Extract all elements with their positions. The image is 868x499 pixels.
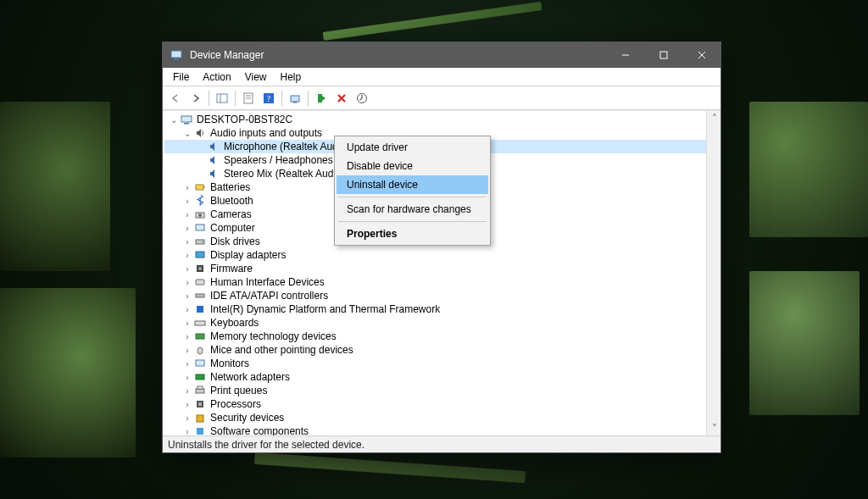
toolbar: ? (163, 86, 721, 110)
tree-swcomp[interactable]: ›Software components (164, 424, 706, 435)
scroll-up-arrow[interactable]: ˄ (707, 111, 721, 125)
chevron-right-icon[interactable]: › (181, 210, 193, 219)
tree-label: Mice and other pointing devices (210, 344, 353, 356)
chevron-right-icon[interactable]: › (181, 427, 193, 436)
tree-label: IDE ATA/ATAPI controllers (210, 290, 328, 302)
help-button[interactable]: ? (259, 89, 278, 108)
scan-hardware-button[interactable] (286, 89, 304, 108)
tree-intel[interactable]: ›Intel(R) Dynamic Platform and Thermal F… (164, 302, 706, 316)
svg-rect-18 (184, 123, 189, 125)
tree-label: Microphone (Realtek Audio) (224, 141, 349, 152)
chevron-right-icon[interactable]: › (181, 386, 193, 396)
context-update-driver[interactable]: Update driver (337, 138, 488, 157)
printer-icon (193, 384, 207, 397)
speaker-icon (193, 126, 207, 140)
memory-icon (193, 330, 207, 343)
chevron-down-icon[interactable]: ⌄ (181, 129, 193, 138)
context-uninstall-device[interactable]: Uninstall device (337, 175, 488, 194)
tree-security[interactable]: ›Security devices (164, 411, 706, 424)
tree-firmware[interactable]: ›Firmware (164, 262, 706, 275)
tree-root[interactable]: ⌄ DESKTOP-0BST82C (164, 113, 706, 126)
update-driver-button[interactable] (353, 89, 371, 108)
tree-processors[interactable]: ›Processors (164, 397, 706, 411)
chip-icon (193, 262, 207, 275)
svg-rect-6 (217, 94, 227, 103)
chevron-right-icon[interactable]: › (181, 264, 193, 274)
svg-rect-37 (196, 389, 204, 393)
context-properties[interactable]: Properties (337, 225, 488, 243)
svg-rect-23 (196, 225, 204, 230)
menu-action[interactable]: Action (196, 69, 237, 85)
tree-label: Batteries (210, 181, 250, 193)
tree-label: Software components (210, 425, 309, 435)
chevron-right-icon[interactable]: › (181, 332, 193, 341)
chip-icon (193, 302, 207, 316)
tree-label: Print queues (210, 385, 267, 396)
chevron-right-icon[interactable]: › (181, 183, 193, 192)
tree-label: Computer (210, 222, 255, 234)
chevron-right-icon[interactable]: › (181, 400, 193, 409)
svg-rect-35 (196, 360, 204, 366)
svg-rect-0 (171, 51, 181, 58)
tree-display[interactable]: ›Display adapters (164, 248, 706, 262)
chevron-down-icon[interactable]: ⌄ (168, 115, 180, 125)
properties-button[interactable] (239, 89, 258, 108)
chevron-right-icon[interactable]: › (181, 373, 193, 382)
chevron-right-icon[interactable]: › (181, 224, 193, 233)
svg-rect-38 (198, 386, 203, 389)
tree-ide[interactable]: ›IDE ATA/ATAPI controllers (164, 289, 706, 302)
maximize-button[interactable] (644, 42, 682, 68)
context-scan-hardware[interactable]: Scan for hardware changes (337, 200, 488, 219)
tree-label: Display adapters (210, 249, 286, 261)
tree-mice[interactable]: ›Mice and other pointing devices (164, 343, 706, 357)
status-text: Uninstalls the driver for the selected d… (168, 439, 364, 451)
enable-device-button[interactable] (312, 89, 331, 108)
chevron-right-icon[interactable]: › (181, 305, 193, 314)
svg-rect-13 (291, 96, 299, 102)
context-disable-device[interactable]: Disable device (337, 157, 488, 175)
chevron-right-icon[interactable]: › (181, 251, 193, 260)
bluetooth-icon (193, 194, 207, 208)
close-button[interactable] (682, 42, 721, 68)
forward-button[interactable] (186, 89, 205, 108)
tree-label: Cameras (210, 208, 252, 220)
titlebar[interactable]: Device Manager (163, 42, 721, 68)
tree-keyboards[interactable]: ›Keyboards (164, 316, 706, 330)
menu-help[interactable]: Help (274, 69, 309, 85)
svg-rect-40 (198, 402, 202, 406)
tree-network[interactable]: ›Network adapters (164, 370, 706, 384)
chevron-right-icon[interactable]: › (181, 359, 193, 369)
window-title: Device Manager (190, 49, 606, 61)
hid-icon (193, 275, 207, 289)
chevron-right-icon[interactable]: › (181, 346, 193, 355)
tree-monitors[interactable]: ›Monitors (164, 357, 706, 370)
chevron-right-icon[interactable]: › (181, 197, 193, 206)
tree-printq[interactable]: ›Print queues (164, 384, 706, 397)
back-button[interactable] (166, 89, 185, 108)
chevron-right-icon[interactable]: › (181, 237, 193, 247)
chevron-right-icon[interactable]: › (181, 278, 193, 287)
chevron-right-icon[interactable]: › (181, 291, 193, 301)
menu-view[interactable]: View (238, 69, 274, 85)
uninstall-device-button[interactable] (332, 89, 351, 108)
chevron-right-icon[interactable]: › (181, 319, 193, 328)
svg-rect-32 (195, 321, 205, 325)
context-menu: Update driver Disable device Uninstall d… (334, 136, 491, 246)
separator (308, 91, 309, 106)
chevron-right-icon[interactable]: › (181, 413, 193, 423)
svg-rect-19 (196, 185, 203, 190)
menu-file[interactable]: File (166, 69, 196, 85)
show-hide-tree-button[interactable] (213, 89, 231, 108)
tree-hid[interactable]: ›Human Interface Devices (164, 275, 706, 289)
svg-rect-14 (293, 102, 297, 103)
svg-rect-17 (181, 116, 192, 122)
scroll-down-arrow[interactable]: ˅ (707, 421, 721, 435)
svg-rect-20 (203, 186, 205, 188)
processor-icon (193, 397, 207, 411)
separator (338, 221, 487, 222)
device-manager-window: Device Manager File Action View Help ? ⌄… (162, 42, 721, 453)
tree-memtech[interactable]: ›Memory technology devices (164, 330, 706, 343)
vertical-scrollbar[interactable]: ˄ ˅ (706, 111, 721, 435)
minimize-button[interactable] (606, 42, 644, 68)
app-icon (170, 48, 183, 62)
